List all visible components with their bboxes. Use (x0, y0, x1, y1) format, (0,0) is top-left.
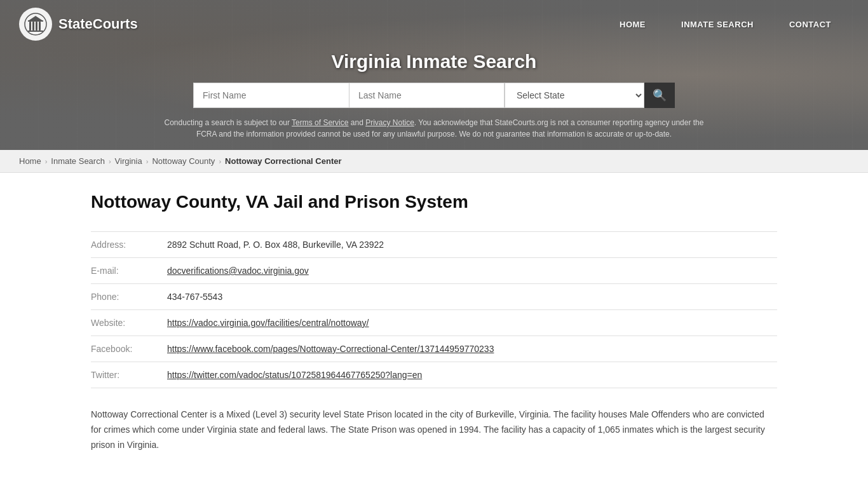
tos-link[interactable]: Terms of Service (292, 118, 348, 127)
nav-home[interactable]: HOME (602, 13, 663, 36)
breadcrumb-sep-4: › (219, 158, 221, 165)
search-icon: 🔍 (653, 88, 667, 102)
breadcrumb: Home › Inmate Search › Virginia › Nottow… (0, 150, 868, 173)
detail-value[interactable]: https://www.facebook.com/pages/Nottoway-… (167, 336, 777, 362)
state-select[interactable]: Select State AlabamaAlaskaArizona Arkans… (505, 83, 644, 108)
first-name-input[interactable] (193, 83, 349, 108)
detail-label: Phone: (91, 284, 167, 310)
svg-rect-7 (28, 20, 43, 22)
detail-link[interactable]: https://vadoc.virginia.gov/facilities/ce… (167, 318, 369, 328)
main-nav: HOME INMATE SEARCH CONTACT (602, 13, 849, 36)
detail-value[interactable]: https://twitter.com/vadoc/status/1072581… (167, 362, 777, 388)
svg-rect-1 (28, 30, 43, 32)
detail-label: Website: (91, 310, 167, 336)
detail-value: 2892 Schutt Road, P. O. Box 488, Burkevi… (167, 232, 777, 258)
logo-text: StateCourts (58, 16, 138, 32)
table-row: Address:2892 Schutt Road, P. O. Box 488,… (91, 232, 777, 258)
breadcrumb-virginia[interactable]: Virginia (115, 156, 142, 166)
breadcrumb-home[interactable]: Home (19, 156, 41, 166)
table-row: E-mail:docverifications@vadoc.virginia.g… (91, 258, 777, 284)
table-row: Facebook:https://www.facebook.com/pages/… (91, 336, 777, 362)
detail-value[interactable]: https://vadoc.virginia.gov/facilities/ce… (167, 310, 777, 336)
top-nav: StateCourts HOME INMATE SEARCH CONTACT (0, 0, 868, 48)
table-row: Phone:434-767-5543 (91, 284, 777, 310)
detail-value: 434-767-5543 (167, 284, 777, 310)
detail-link[interactable]: https://www.facebook.com/pages/Nottoway-… (167, 344, 494, 354)
last-name-input[interactable] (349, 83, 505, 108)
logo-icon (19, 8, 52, 41)
hero-section: StateCourts HOME INMATE SEARCH CONTACT V… (0, 0, 868, 150)
page-title: Virginia Inmate Search (332, 51, 537, 72)
facility-title: Nottoway County, VA Jail and Prison Syst… (91, 192, 777, 212)
search-button[interactable]: 🔍 (644, 83, 675, 108)
breadcrumb-sep-1: › (45, 158, 48, 165)
svg-rect-3 (32, 22, 34, 30)
logo-link[interactable]: StateCourts (19, 8, 138, 41)
main-content: Nottoway County, VA Jail and Prison Syst… (65, 173, 803, 478)
table-row: Twitter:https://twitter.com/vadoc/status… (91, 362, 777, 388)
svg-rect-4 (36, 22, 37, 30)
svg-rect-5 (39, 22, 41, 30)
disclaimer-text: Conducting a search is subject to our Te… (148, 117, 720, 150)
breadcrumb-sep-2: › (109, 158, 111, 165)
detail-label: Address: (91, 232, 167, 258)
detail-link[interactable]: docverifications@vadoc.virginia.gov (167, 266, 309, 276)
detail-label: Facebook: (91, 336, 167, 362)
privacy-link[interactable]: Privacy Notice (365, 118, 414, 127)
detail-label: E-mail: (91, 258, 167, 284)
nav-contact[interactable]: CONTACT (771, 13, 849, 36)
detail-label: Twitter: (91, 362, 167, 388)
breadcrumb-sep-3: › (146, 158, 149, 165)
table-row: Website:https://vadoc.virginia.gov/facil… (91, 310, 777, 336)
breadcrumb-current: Nottoway Correctional Center (225, 156, 341, 166)
detail-value[interactable]: docverifications@vadoc.virginia.gov (167, 258, 777, 284)
detail-link[interactable]: https://twitter.com/vadoc/status/1072581… (167, 370, 422, 380)
nav-inmate-search[interactable]: INMATE SEARCH (663, 13, 771, 36)
facility-description: Nottoway Correctional Center is a Mixed … (91, 407, 777, 452)
svg-marker-6 (28, 16, 43, 21)
svg-rect-2 (29, 22, 31, 30)
breadcrumb-nottoway-county[interactable]: Nottoway County (152, 156, 215, 166)
facility-details-table: Address:2892 Schutt Road, P. O. Box 488,… (91, 231, 777, 388)
breadcrumb-inmate-search[interactable]: Inmate Search (51, 156, 105, 166)
search-form: Select State AlabamaAlaskaArizona Arkans… (193, 83, 675, 108)
